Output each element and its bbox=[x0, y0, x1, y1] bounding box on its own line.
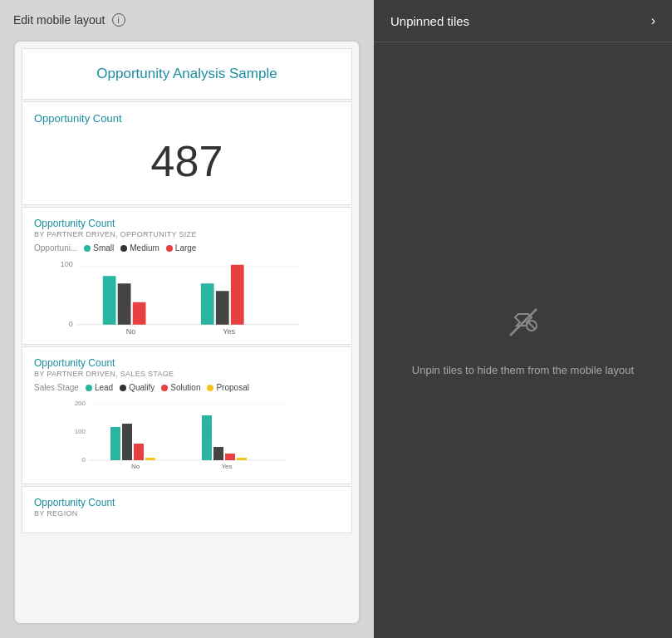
legend-label-medium: Medium bbox=[130, 243, 159, 253]
region-subtitle: BY REGION bbox=[34, 509, 340, 518]
svg-text:Yes: Yes bbox=[223, 327, 235, 334]
tile-count: Opportunity Count 487 bbox=[22, 101, 352, 205]
tile-chart2: Opportunity Count BY PARTNER DRIVEN, SAL… bbox=[22, 346, 352, 484]
svg-rect-16 bbox=[202, 415, 212, 460]
legend-label-solution: Solution bbox=[170, 383, 200, 392]
svg-text:100: 100 bbox=[75, 428, 86, 435]
chart1-title: Opportunity Count bbox=[34, 218, 340, 229]
svg-rect-14 bbox=[134, 444, 144, 460]
svg-rect-12 bbox=[110, 427, 120, 460]
bar-no-medium bbox=[118, 283, 131, 325]
legend-label-proposal: Proposal bbox=[216, 383, 248, 392]
count-value: 487 bbox=[34, 128, 340, 194]
chart2-legend: Sales Stage Lead Qualify Solution Propos… bbox=[34, 383, 340, 392]
bar-no-small bbox=[103, 276, 116, 325]
svg-rect-15 bbox=[145, 458, 155, 460]
svg-line-24 bbox=[528, 322, 535, 329]
svg-text:No: No bbox=[126, 327, 136, 334]
legend-dot-qualify bbox=[120, 385, 126, 391]
right-panel-header: Unpinned tiles › bbox=[374, 0, 672, 42]
unpinned-tiles-title: Unpinned tiles bbox=[390, 14, 469, 28]
legend-label-qualify: Qualify bbox=[129, 383, 155, 392]
chart2-subtitle: BY PARTNER DRIVEN, SALES STAGE bbox=[34, 370, 340, 378]
legend-label-large: Large bbox=[175, 243, 197, 253]
svg-rect-17 bbox=[213, 447, 223, 460]
legend-solution: Solution bbox=[161, 383, 200, 392]
svg-text:100: 100 bbox=[61, 260, 73, 268]
chart1-area: 100 0 bbox=[34, 259, 340, 334]
chevron-right-icon[interactable]: › bbox=[651, 13, 655, 28]
chart2-legend-prefix: Sales Stage bbox=[34, 383, 79, 392]
count-label: Opportunity Count bbox=[34, 112, 340, 125]
chart1-svg: 100 0 bbox=[34, 259, 340, 334]
bar-yes-small bbox=[201, 283, 214, 325]
legend-dot-lead bbox=[86, 385, 92, 391]
chart2-area: 200 100 0 bbox=[34, 399, 340, 474]
chart1-subtitle: BY PARTNER DRIVEN, OPPORTUNITY SIZE bbox=[34, 230, 340, 238]
legend-dot-medium bbox=[120, 245, 127, 252]
left-panel-title: Edit mobile layout bbox=[13, 13, 105, 27]
legend-label-lead: Lead bbox=[95, 383, 113, 392]
legend-dot-small bbox=[84, 245, 91, 252]
tile-region: Opportunity Count BY REGION bbox=[22, 486, 352, 533]
bar-yes-medium bbox=[216, 291, 229, 325]
svg-text:0: 0 bbox=[69, 320, 73, 328]
legend-lead: Lead bbox=[86, 383, 113, 392]
tile-header: Opportunity Analysis Sample bbox=[22, 48, 352, 100]
left-panel-header: Edit mobile layout i bbox=[13, 13, 361, 27]
svg-text:No: No bbox=[131, 463, 140, 470]
legend-small: Small bbox=[84, 243, 114, 253]
svg-text:200: 200 bbox=[75, 400, 86, 407]
unpin-description: Unpin tiles to hide them from the mobile… bbox=[412, 362, 634, 379]
svg-rect-18 bbox=[225, 454, 235, 460]
svg-text:Yes: Yes bbox=[221, 463, 232, 470]
svg-rect-19 bbox=[237, 458, 247, 460]
unpin-icon bbox=[503, 302, 543, 349]
legend-qualify: Qualify bbox=[120, 383, 155, 392]
chart2-svg: 200 100 0 bbox=[34, 399, 340, 474]
left-panel: Edit mobile layout i Opportunity Analysi… bbox=[0, 0, 374, 638]
legend-label-small: Small bbox=[93, 243, 114, 253]
report-title: Opportunity Analysis Sample bbox=[34, 66, 340, 82]
legend-dot-large bbox=[166, 245, 173, 252]
legend-large: Large bbox=[166, 243, 197, 253]
tile-chart1: Opportunity Count BY PARTNER DRIVEN, OPP… bbox=[22, 207, 352, 345]
svg-text:0: 0 bbox=[82, 456, 86, 464]
legend-medium: Medium bbox=[120, 243, 159, 253]
legend-dot-solution bbox=[161, 385, 168, 391]
bar-no-large bbox=[133, 302, 146, 325]
right-panel-content: Unpin tiles to hide them from the mobile… bbox=[374, 42, 672, 638]
chart2-title: Opportunity Count bbox=[34, 357, 340, 369]
chart1-legend-prefix: Opportuni... bbox=[34, 243, 77, 253]
mobile-frame: Opportunity Analysis Sample Opportunity … bbox=[13, 40, 361, 625]
right-panel: Unpinned tiles › Unpin tiles to hide the… bbox=[374, 0, 672, 638]
svg-rect-13 bbox=[122, 424, 132, 460]
legend-proposal: Proposal bbox=[207, 383, 248, 392]
legend-dot-proposal bbox=[207, 385, 213, 391]
info-icon[interactable]: i bbox=[112, 13, 125, 27]
region-title: Opportunity Count bbox=[34, 497, 340, 508]
chart1-legend: Opportuni... Small Medium Large bbox=[34, 243, 340, 253]
bar-yes-large bbox=[231, 265, 244, 325]
